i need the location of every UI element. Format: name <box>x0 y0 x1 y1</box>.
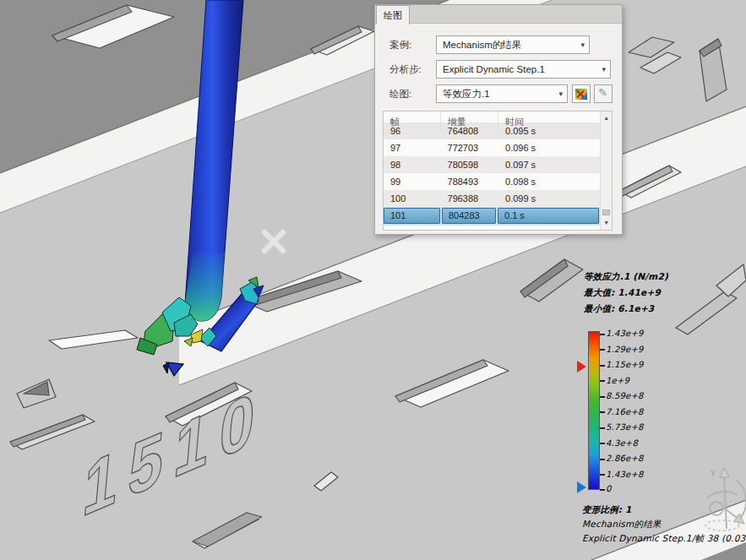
legend-tick-label: 0 <box>606 484 612 493</box>
legend-tick-mark <box>600 411 605 413</box>
legend-min-value: 最小值: 6.1e+3 <box>584 303 654 315</box>
cell-frame: 99 <box>384 173 441 190</box>
scrollbar-thumb[interactable] <box>602 209 610 215</box>
legend-tick-label: 1e+9 <box>606 376 629 385</box>
cell-frame: 97 <box>384 139 441 156</box>
chevron-down-icon: ▾ <box>602 61 606 78</box>
cell-time: 0.1 s <box>498 208 599 224</box>
cell-time: 0.097 s <box>498 156 600 173</box>
legend-tick-mark <box>600 443 605 444</box>
cell-increment: 780598 <box>441 156 499 173</box>
cell-increment: 772703 <box>441 139 499 156</box>
cell-frame: 101 <box>384 208 440 224</box>
cell-frame: 96 <box>384 122 441 139</box>
legend-tick-mark <box>600 474 605 476</box>
legend-color-bar <box>588 331 600 490</box>
legend-tick-label: 1.43e+8 <box>606 470 644 479</box>
legend-tick-mark <box>600 349 605 351</box>
cell-increment: 764808 <box>441 122 499 139</box>
cell-time: 0.096 s <box>498 139 600 156</box>
table-row[interactable]: 99 788493 0.098 s <box>384 173 600 190</box>
frame-table: 帧 增量 时间 96 764808 0.095 s 97 772703 0.09… <box>383 111 613 231</box>
app-window: 1510 <box>0 0 746 560</box>
case-select[interactable]: Mechanism的结果 ▾ <box>436 35 590 54</box>
plot-label: 绘图: <box>389 84 411 103</box>
case-label: 案例: <box>389 35 411 54</box>
cell-time: 0.098 s <box>498 173 600 190</box>
table-scrollbar[interactable]: ▲ ▼ <box>600 111 612 230</box>
legend-tick-mark <box>600 427 605 429</box>
legend-tick-label: 1.29e+9 <box>606 345 644 354</box>
red-x-icon: ✕ <box>575 86 586 103</box>
table-row[interactable]: 96 764808 0.095 s <box>384 122 600 139</box>
scroll-down-arrow-icon[interactable]: ▼ <box>601 218 612 228</box>
cell-increment: 796388 <box>441 190 499 207</box>
dialog-tab-strip <box>375 5 622 24</box>
legend-tick-label: 4.3e+8 <box>606 438 638 448</box>
case-select-value: Mechanism的结果 <box>443 40 521 50</box>
result-name-label: Mechanism的结果 <box>582 519 662 530</box>
deformation-scale-label: 变形比例: 1 <box>582 504 632 516</box>
chevron-down-icon: ▾ <box>558 85 563 102</box>
cell-time: 0.095 s <box>498 122 600 139</box>
plot-select-value: 等效应力.1 <box>443 89 490 99</box>
table-row[interactable]: 98 780598 0.097 s <box>384 156 600 173</box>
edit-plot-button[interactable]: ✎ <box>594 84 613 103</box>
legend-tick-label: 1.15e+9 <box>606 360 644 369</box>
table-row[interactable]: 100 796388 0.099 s <box>384 190 600 207</box>
cell-frame: 98 <box>384 156 441 173</box>
chevron-down-icon: ▾ <box>580 36 585 53</box>
legend-tick-mark <box>600 459 605 460</box>
legend-tick-label: 7.16e+8 <box>606 407 644 416</box>
pencil-icon: ✎ <box>598 86 607 99</box>
legend-max-marker <box>577 361 586 372</box>
remove-plot-button[interactable]: ✕ <box>572 84 591 103</box>
step-label: 分析步: <box>389 60 422 79</box>
tab-plot[interactable]: 绘图 <box>376 5 410 24</box>
legend-tick-mark <box>600 396 605 398</box>
legend-title: 等效应力.1 (N/m2) <box>584 271 668 283</box>
legend-tick-label: 5.73e+8 <box>606 422 644 432</box>
cell-time: 0.099 s <box>498 190 600 207</box>
scroll-up-arrow-icon[interactable]: ▲ <box>601 113 612 123</box>
legend-tick-mark <box>600 365 605 367</box>
legend-tick-mark <box>600 380 605 382</box>
cell-increment: 788493 <box>441 173 499 190</box>
legend-max-value: 最大值: 1.41e+9 <box>584 287 661 299</box>
table-row[interactable]: 97 772703 0.096 s <box>384 139 600 156</box>
legend-tick-label: 1.43e+9 <box>606 329 644 338</box>
legend-tick-mark <box>600 334 605 335</box>
legend-tick-label: 2.86e+8 <box>606 454 644 463</box>
plot-dialog: 绘图 案例: Mechanism的结果 ▾ 分析步: Explicit Dyna… <box>374 4 623 235</box>
table-row-selected[interactable]: 101 804283 0.1 s <box>384 207 600 226</box>
triad-y-axis-label: Y <box>710 470 716 478</box>
plot-select[interactable]: 等效应力.1 ▾ <box>436 84 568 103</box>
cell-increment: 804283 <box>442 208 496 224</box>
cell-frame: 100 <box>384 190 441 207</box>
frame-info-label: Explicit Dynamic Step.1/帧 38 (0.037 s) <box>582 533 746 545</box>
legend-tick-label: 8.59e+8 <box>606 391 644 400</box>
legend-tick-mark <box>600 489 605 491</box>
step-select-value: Explicit Dynamic Step.1 <box>443 64 545 74</box>
analysis-step-select[interactable]: Explicit Dynamic Step.1 ▾ <box>436 60 611 79</box>
legend-min-marker <box>577 481 586 493</box>
